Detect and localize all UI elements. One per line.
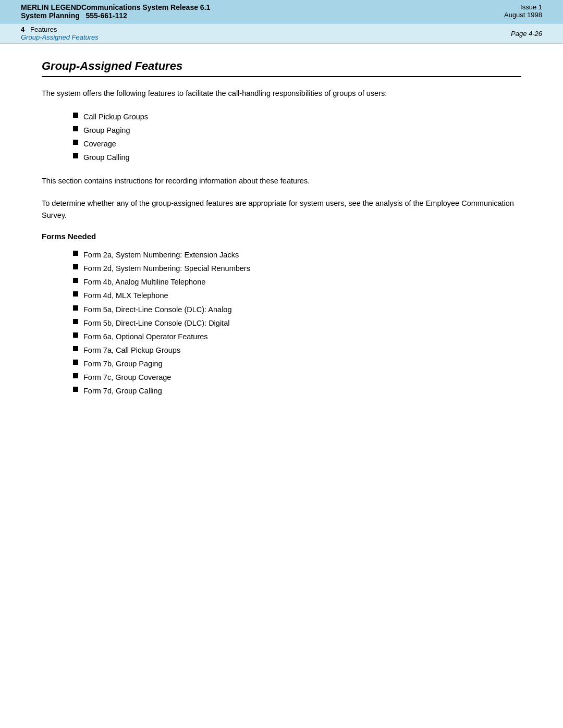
- form-item-1: Form 2a, System Numbering: Extension Jac…: [83, 248, 239, 262]
- list-item: Form 7d, Group Calling: [73, 384, 521, 398]
- section-text-2: To determine whether any of the group-as…: [42, 198, 521, 221]
- bullet-icon: [73, 332, 78, 338]
- bullet-icon: [73, 346, 78, 351]
- chapter-number: 4: [21, 26, 25, 33]
- breadcrumb-page: Page 4-26: [511, 30, 542, 38]
- list-item: Form 5b, Direct-Line Console (DLC): Digi…: [73, 316, 521, 330]
- header-issue: Issue 1: [504, 3, 542, 11]
- header-title-line1: MERLIN LEGENDCommunications System Relea…: [21, 3, 210, 11]
- section-label: Group-Assigned Features: [21, 33, 99, 41]
- form-item-4: Form 4d, MLX Telephone: [83, 289, 168, 302]
- bullet-icon: [73, 264, 78, 269]
- feature-item-4: Group Calling: [83, 151, 130, 164]
- list-item: Call Pickup Groups: [73, 110, 521, 124]
- list-item: Group Paging: [73, 124, 521, 137]
- breadcrumb-left: 4 Features Group-Assigned Features: [21, 26, 99, 41]
- bullet-icon: [73, 373, 78, 378]
- form-item-5: Form 5a, Direct-Line Console (DLC): Anal…: [83, 303, 231, 316]
- list-item: Form 2d, System Numbering: Special Renum…: [73, 262, 521, 275]
- header-title-line2: System Planning 555-661-112: [21, 11, 210, 20]
- form-item-10: Form 7c, Group Coverage: [83, 371, 171, 384]
- list-item: Form 7a, Call Pickup Groups: [73, 343, 521, 357]
- main-content: Group-Assigned Features The system offer…: [0, 44, 563, 429]
- feature-item-3: Coverage: [83, 137, 116, 151]
- forms-needed-title: Forms Needed: [42, 232, 521, 241]
- bullet-icon: [73, 360, 78, 365]
- bullet-icon: [73, 251, 78, 256]
- form-item-2: Form 2d, System Numbering: Special Renum…: [83, 262, 250, 275]
- list-item: Form 7b, Group Paging: [73, 357, 521, 371]
- header-system-planning-label: System Planning: [21, 11, 80, 20]
- bullet-icon: [73, 291, 78, 297]
- header-date: August 1998: [504, 11, 542, 19]
- bullet-icon: [73, 126, 78, 131]
- bullet-icon: [73, 140, 78, 145]
- bullet-icon: [73, 153, 78, 158]
- header-system-planning-number: 555-661-112: [85, 11, 127, 20]
- bullet-icon: [73, 319, 78, 324]
- feature-item-1: Call Pickup Groups: [83, 110, 148, 124]
- bullet-icon: [73, 113, 78, 118]
- breadcrumb-band: 4 Features Group-Assigned Features Page …: [0, 23, 563, 44]
- list-item: Form 5a, Direct-Line Console (DLC): Anal…: [73, 303, 521, 316]
- header-right: Issue 1 August 1998: [504, 3, 542, 19]
- form-item-6: Form 5b, Direct-Line Console (DLC): Digi…: [83, 316, 229, 330]
- list-item: Form 6a, Optional Operator Features: [73, 330, 521, 343]
- list-item: Form 4d, MLX Telephone: [73, 289, 521, 302]
- forms-list: Form 2a, System Numbering: Extension Jac…: [73, 248, 521, 398]
- header-left: MERLIN LEGENDCommunications System Relea…: [21, 3, 210, 20]
- list-item: Form 4b, Analog Multiline Telephone: [73, 275, 521, 289]
- form-item-7: Form 6a, Optional Operator Features: [83, 330, 208, 343]
- list-item: Form 7c, Group Coverage: [73, 371, 521, 384]
- intro-paragraph: The system offers the following features…: [42, 88, 521, 100]
- list-item: Group Calling: [73, 151, 521, 164]
- bullet-icon: [73, 305, 78, 311]
- form-item-9: Form 7b, Group Paging: [83, 357, 163, 371]
- bullet-icon: [73, 387, 78, 392]
- feature-list: Call Pickup Groups Group Paging Coverage…: [73, 110, 521, 164]
- header-band: MERLIN LEGENDCommunications System Relea…: [0, 0, 563, 23]
- list-item: Form 2a, System Numbering: Extension Jac…: [73, 248, 521, 262]
- feature-item-2: Group Paging: [83, 124, 130, 137]
- list-item: Coverage: [73, 137, 521, 151]
- form-item-3: Form 4b, Analog Multiline Telephone: [83, 275, 205, 289]
- page-title: Group-Assigned Features: [42, 59, 521, 77]
- section-text-1: This section contains instructions for r…: [42, 175, 521, 187]
- bullet-icon: [73, 278, 78, 283]
- chapter-label: Features: [30, 26, 57, 33]
- form-item-8: Form 7a, Call Pickup Groups: [83, 343, 180, 357]
- form-item-11: Form 7d, Group Calling: [83, 384, 162, 398]
